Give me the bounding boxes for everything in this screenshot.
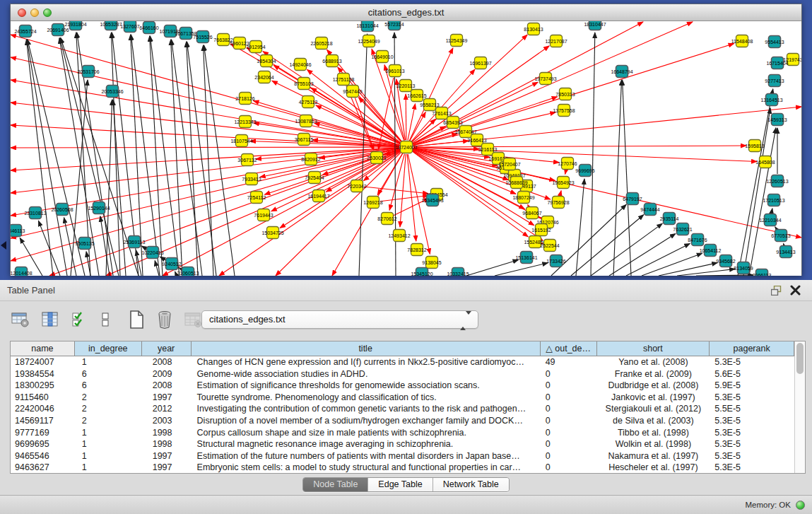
memory-status-indicator[interactable]: [796, 501, 805, 510]
graph-node[interactable]: 11254349: [446, 35, 468, 47]
graph-node[interactable]: 20053346: [101, 86, 123, 98]
graph-node[interactable]: 24355724: [14, 25, 36, 37]
graph-node[interactable]: 18107544: [230, 135, 252, 147]
table-row[interactable]: 1938455462009Genome-wide association stu…: [11, 368, 794, 380]
scrollbar-thumb[interactable]: [796, 343, 804, 374]
row-selection-button[interactable]: [69, 309, 90, 330]
table-row[interactable]: 969969511998Structural magnetic resonanc…: [11, 438, 794, 450]
graph-node[interactable]: 1327607: [120, 21, 139, 33]
graph-node[interactable]: 9138045: [422, 257, 441, 269]
graph-node[interactable]: 7850313: [555, 88, 575, 100]
graph-node[interactable]: 15034725: [261, 227, 283, 239]
graph-node[interactable]: 23310813: [24, 207, 46, 219]
graph-node[interactable]: 2935114: [660, 213, 679, 225]
column-header-year[interactable]: year: [142, 341, 192, 356]
graph-node[interactable]: 1459313: [767, 114, 787, 126]
delete-entries-button[interactable]: [154, 309, 175, 330]
graph-node[interactable]: 3067132: [237, 154, 257, 166]
graph-node[interactable]: 22605218: [310, 37, 332, 49]
table-row[interactable]: 2242004622012Investigating the contribut…: [11, 403, 794, 415]
graph-node[interactable]: 9474444: [640, 204, 659, 216]
graph-node[interactable]: 12254049: [358, 35, 379, 47]
table-row[interactable]: 946554611997Estimation of the future num…: [11, 450, 794, 462]
graph-node[interactable]: 7254112: [247, 192, 266, 204]
select-columns-button[interactable]: [40, 309, 61, 330]
graph-node[interactable]: 12217087: [545, 35, 567, 47]
graph-node[interactable]: 13757558: [553, 105, 575, 117]
graph-node[interactable]: 8270612: [377, 213, 396, 225]
graph-node[interactable]: 15345120: [411, 268, 433, 276]
graph-node[interactable]: 18131044: [356, 21, 378, 32]
graph-node[interactable]: 8471676: [688, 234, 707, 246]
graph-node[interactable]: 8134059: [734, 262, 753, 274]
tab-edge-table[interactable]: Edge Table: [368, 478, 433, 491]
graph-node[interactable]: 11548408: [731, 35, 753, 47]
table-row[interactable]: 946362711997Embryonic stem cells: a mode…: [11, 462, 794, 473]
graph-node[interactable]: 6961013: [385, 65, 404, 77]
graph-node[interactable]: 12493412: [388, 230, 410, 242]
graph-node[interactable]: 7632621: [673, 223, 692, 235]
vertical-scrollbar[interactable]: [794, 341, 805, 473]
float-panel-icon[interactable]: [771, 286, 782, 296]
graph-node[interactable]: 18807249: [512, 192, 534, 204]
graph-node[interactable]: 6466160: [139, 22, 158, 34]
row-height-button[interactable]: [95, 309, 116, 330]
column-header-out_degree[interactable]: △ out_de…: [541, 341, 597, 356]
close-panel-icon[interactable]: [790, 285, 801, 296]
left-panel-collapse-arrow-icon[interactable]: [1, 241, 6, 250]
graph-node[interactable]: 16649010: [371, 51, 393, 63]
graph-node[interactable]: 8130413: [524, 23, 543, 35]
graph-node[interactable]: 2342064: [254, 71, 273, 83]
graph-node[interactable]: 7925404: [305, 172, 324, 184]
graph-node[interactable]: 20531706: [77, 66, 99, 78]
graph-node[interactable]: 9277413: [765, 75, 784, 87]
table-row[interactable]: 911546021997Tourette syndrome. Phenomeno…: [11, 392, 794, 404]
tab-network-table[interactable]: Network Table: [433, 478, 509, 491]
graph-node[interactable]: 16648794: [611, 66, 632, 78]
new-table-button[interactable]: [126, 309, 147, 330]
graph-node[interactable]: 10653287: [100, 21, 122, 30]
graph-node[interactable]: 13164513: [760, 94, 782, 106]
graph-node[interactable]: 12213343: [234, 116, 256, 128]
graph-node[interactable]: 1854304: [257, 55, 276, 67]
table-row[interactable]: 977716911998Corpus callosum shape and si…: [11, 427, 794, 439]
graph-node[interactable]: 14924046: [289, 59, 311, 71]
graph-node[interactable]: 12014408: [11, 267, 33, 276]
graph-node[interactable]: 19654923: [552, 177, 574, 189]
graph-node[interactable]: 1270746: [558, 158, 577, 170]
column-header-pagerank[interactable]: pagerank: [710, 341, 794, 356]
column-header-short[interactable]: short: [597, 341, 710, 356]
graph-node[interactable]: 10654112: [700, 245, 722, 257]
graph-node[interactable]: 9554413: [765, 36, 784, 48]
graph-node[interactable]: 15136141: [515, 252, 537, 264]
column-header-name[interactable]: name: [11, 341, 75, 356]
table-row[interactable]: 1456911722003Disruption of a novel membe…: [11, 415, 794, 427]
graph-node[interactable]: 17210513: [763, 194, 784, 206]
table-settings-button[interactable]: [10, 309, 31, 330]
graph-node[interactable]: 7828312: [407, 244, 426, 256]
graph-node[interactable]: 2066113: [753, 269, 772, 276]
graph-node[interactable]: 15290144: [88, 202, 110, 214]
graph-node[interactable]: 9345682: [716, 255, 735, 267]
column-header-title[interactable]: title: [192, 341, 541, 356]
graph-node[interactable]: 5572314: [384, 21, 404, 30]
graph-node[interactable]: 12210344: [759, 214, 781, 226]
graph-node[interactable]: 4275112: [299, 96, 318, 108]
graph-node[interactable]: 2718126: [235, 93, 254, 105]
column-header-in_degree[interactable]: in_degree: [75, 341, 142, 356]
graph-node[interactable]: 7220342: [347, 180, 366, 192]
graph-node[interactable]: 1269218: [363, 197, 382, 209]
graph-node[interactable]: 18310447: [584, 21, 606, 30]
graph-node[interactable]: 79756928: [547, 197, 569, 209]
graph-node[interactable]: 9134413: [776, 246, 795, 258]
network-window-titlebar[interactable]: citations_edges.txt: [11, 4, 801, 21]
graph-node[interactable]: 12260513: [766, 175, 788, 187]
graph-node[interactable]: 9699695: [575, 165, 594, 177]
graph-node[interactable]: 10332415: [447, 268, 469, 276]
graph-node[interactable]: 16961397: [469, 57, 491, 69]
tab-node-table[interactable]: Node Table: [303, 478, 368, 491]
table-row[interactable]: 1830029562008Estimation of significance …: [11, 380, 794, 392]
network-canvas[interactable]: 1872400739129541854304234206427181261221…: [11, 21, 801, 276]
graph-node[interactable]: 9346113: [11, 225, 25, 237]
graph-node[interactable]: 9547449: [343, 86, 362, 98]
